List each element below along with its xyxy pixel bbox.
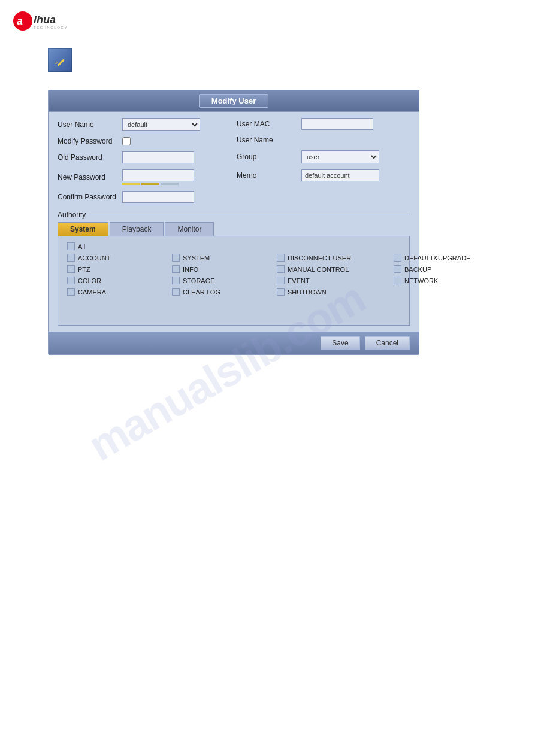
checkbox-manual-control[interactable] xyxy=(277,265,285,273)
old-password-input[interactable] xyxy=(122,151,194,163)
strength-seg-1 xyxy=(122,183,140,185)
header: a lhua TECHNOLOGY xyxy=(0,0,535,42)
user-mac-input[interactable] xyxy=(301,118,373,130)
edit-button[interactable] xyxy=(48,48,72,72)
username-row: User Name default xyxy=(58,118,231,131)
checkboxes-panel: All ACCOUNT SYSTEM xyxy=(58,236,410,326)
checkbox-system[interactable] xyxy=(172,254,180,262)
authority-header: Authority xyxy=(58,211,410,219)
checkbox-info[interactable] xyxy=(172,265,180,273)
password-strength-bar xyxy=(122,183,194,185)
checkboxes-grid: ACCOUNT SYSTEM DISCONNECT USER DEFAULT&U… xyxy=(67,254,400,296)
tab-monitor[interactable]: Monitor xyxy=(165,222,214,236)
modify-password-label: Modify Password xyxy=(58,137,117,145)
checkbox-shutdown-row: SHUTDOWN xyxy=(277,288,391,296)
checkbox-info-row: INFO xyxy=(172,265,274,273)
toolbar xyxy=(0,42,535,78)
svg-text:lhua: lhua xyxy=(34,14,56,26)
group-label: Group xyxy=(237,153,297,161)
svg-text:TECHNOLOGY: TECHNOLOGY xyxy=(34,26,68,29)
checkbox-all-row: All xyxy=(67,242,400,250)
new-password-input[interactable] xyxy=(122,169,194,181)
svg-text:a: a xyxy=(17,15,23,27)
checkbox-color[interactable] xyxy=(67,277,75,284)
user-mac-row: User MAC xyxy=(237,118,410,130)
tab-playback[interactable]: Playback xyxy=(110,222,164,236)
page-content: Modify User User Name default xyxy=(0,78,535,367)
checkbox-disconnect-row: DISCONNECT USER xyxy=(277,254,391,262)
authority-line xyxy=(89,215,410,215)
old-password-row: Old Password xyxy=(58,151,231,163)
checkbox-color-row: COLOR xyxy=(67,277,169,284)
username2-label: User Name xyxy=(237,136,297,144)
username2-row: User Name xyxy=(237,136,410,144)
checkbox-default-upgrade[interactable] xyxy=(394,254,401,262)
checkbox-clear-log[interactable] xyxy=(172,288,180,296)
dialog-footer: Save Cancel xyxy=(49,332,419,354)
confirm-password-row: Confirm Password xyxy=(58,191,231,203)
old-password-label: Old Password xyxy=(58,153,117,162)
checkbox-ptz-row: PTZ xyxy=(67,265,169,273)
dialog-titlebar: Modify User xyxy=(49,90,419,112)
checkbox-event-row: EVENT xyxy=(277,277,391,284)
strength-seg-3 xyxy=(161,183,179,185)
checkbox-camera-row: CAMERA xyxy=(67,288,169,296)
checkbox-backup[interactable] xyxy=(394,265,401,273)
username-label: User Name xyxy=(58,120,117,129)
checkbox-account[interactable] xyxy=(67,254,75,262)
checkbox-ptz[interactable] xyxy=(67,265,75,273)
modify-password-checkbox[interactable] xyxy=(122,137,131,145)
strength-seg-2 xyxy=(141,183,159,185)
logo: a lhua TECHNOLOGY xyxy=(12,9,84,33)
checkbox-backup-row: BACKUP xyxy=(394,265,477,273)
authority-label: Authority xyxy=(58,211,86,219)
checkbox-network[interactable] xyxy=(394,277,401,284)
svg-line-6 xyxy=(56,62,57,63)
checkbox-system-row: SYSTEM xyxy=(172,254,274,262)
svg-rect-4 xyxy=(58,59,65,66)
tab-system[interactable]: System xyxy=(58,222,108,236)
dialog-title: Modify User xyxy=(199,94,268,108)
group-row: Group user xyxy=(237,150,410,163)
confirm-password-label: Confirm Password xyxy=(58,193,117,201)
modify-user-dialog: Modify User User Name default xyxy=(48,90,419,355)
checkbox-event[interactable] xyxy=(277,277,285,284)
memo-input[interactable] xyxy=(301,169,379,181)
checkbox-network-row: NETWORK xyxy=(394,277,477,284)
new-password-label: New Password xyxy=(58,173,117,181)
checkbox-storage-row: STORAGE xyxy=(172,277,274,284)
checkbox-manual-control-row: MANUAL CONTROL xyxy=(277,265,391,273)
confirm-password-input[interactable] xyxy=(122,191,194,203)
authority-section: Authority System Playback Monitor xyxy=(58,211,410,326)
checkbox-disconnect-user[interactable] xyxy=(277,254,285,262)
memo-row: Memo xyxy=(237,169,410,181)
cancel-button[interactable]: Cancel xyxy=(365,336,410,350)
checkbox-shutdown[interactable] xyxy=(277,288,285,296)
checkbox-default-upgrade-row: DEFAULT&UPGRADE xyxy=(394,254,477,262)
checkbox-account-row: ACCOUNT xyxy=(67,254,169,262)
memo-label: Memo xyxy=(237,171,297,180)
new-password-row: New Password xyxy=(58,169,231,185)
checkbox-camera[interactable] xyxy=(67,288,75,296)
checkbox-all[interactable] xyxy=(67,242,75,250)
save-button[interactable]: Save xyxy=(321,336,359,350)
dialog-body: User Name default Modify Password xyxy=(49,112,419,332)
modify-password-row: Modify Password xyxy=(58,137,231,145)
checkbox-clear-log-row: CLEAR LOG xyxy=(172,288,274,296)
checkbox-storage[interactable] xyxy=(172,277,180,284)
user-mac-label: User MAC xyxy=(237,120,297,128)
authority-tabs: System Playback Monitor xyxy=(58,222,410,236)
group-select[interactable]: user xyxy=(301,150,379,163)
username-select[interactable]: default xyxy=(122,118,200,131)
